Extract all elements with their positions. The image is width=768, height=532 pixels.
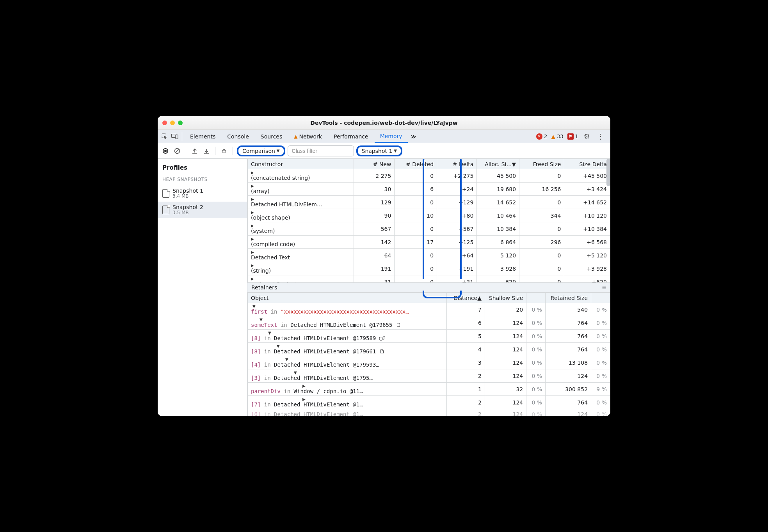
menu-icon[interactable]: ≡: [602, 284, 606, 291]
gc-icon[interactable]: [219, 146, 229, 156]
table-row[interactable]: [7] in Detached HTMLDivElement @1… 21240…: [248, 396, 610, 409]
column-header[interactable]: Size Delta: [564, 159, 610, 169]
tab-elements[interactable]: Elements: [185, 130, 221, 143]
retainers-table: ObjectDistance▲Shallow SizeRetained Size…: [247, 293, 610, 416]
save-profile-icon[interactable]: [202, 146, 211, 156]
document-icon: [162, 206, 169, 214]
inspect-icon[interactable]: [160, 132, 169, 141]
warning-icon: ▲: [551, 133, 555, 140]
column-header[interactable]: # Delta: [437, 159, 477, 169]
warning-count[interactable]: ▲33: [551, 133, 563, 140]
window-title: DevTools - codepen.io/web-dot-dev/live/L…: [158, 120, 610, 126]
issues-icon: ⚑: [567, 133, 574, 140]
tab-sources[interactable]: Sources: [255, 130, 288, 143]
table-row[interactable]: [6] in Detached HTMLDivElement @1… 21240…: [248, 409, 610, 417]
table-row[interactable]: Detached Text640+645 1200+5 120: [248, 249, 610, 262]
status-area: ✕2 ▲33 ⚑1 ⚙ ⋮: [536, 132, 608, 140]
error-count[interactable]: ✕2: [536, 133, 547, 140]
profiles-title: Profiles: [162, 164, 242, 171]
devtools-window: DevTools - codepen.io/web-dot-dev/live/L…: [158, 116, 610, 416]
table-row[interactable]: first in "xxxxxxxxxxxxxxxxxxxxxxxxxxxxxx…: [248, 303, 610, 316]
snapshot-item[interactable]: Snapshot 23.5 MB: [158, 202, 247, 218]
table-row[interactable]: Detached HTMLDivElem…1290+12914 6520+14 …: [248, 196, 610, 209]
tab-console[interactable]: Console: [222, 130, 254, 143]
tab-memory[interactable]: Memory: [375, 130, 408, 143]
table-row[interactable]: (string)1910+1913 9280+3 928: [248, 262, 610, 275]
snapshot-item[interactable]: Snapshot 13.4 MB: [158, 185, 247, 202]
scrollbar[interactable]: [606, 159, 610, 186]
column-header[interactable]: Distance▲: [447, 293, 485, 303]
clear-icon[interactable]: [172, 146, 182, 156]
table-row[interactable]: [8] in Detached HTMLDivElement @179589 ▢…: [248, 330, 610, 343]
svg-rect-2: [176, 135, 178, 139]
device-toggle-icon[interactable]: [170, 132, 180, 141]
retainers-table-scroll[interactable]: ObjectDistance▲Shallow SizeRetained Size…: [247, 293, 610, 416]
chevron-down-icon: ▼: [277, 149, 280, 153]
column-header[interactable]: Constructor: [248, 159, 354, 169]
tab-network[interactable]: ▲Network: [288, 130, 327, 143]
column-header[interactable]: # Deleted: [395, 159, 437, 169]
settings-icon[interactable]: ⚙: [582, 132, 592, 140]
retainers-title: Retainers: [251, 284, 277, 291]
main-tabs: Elements Console Sources ▲Network Perfor…: [158, 130, 610, 143]
column-header[interactable]: # New: [354, 159, 394, 169]
table-row[interactable]: (system)5670+56710 3840+10 384: [248, 222, 610, 236]
table-row[interactable]: [3] in Detached HTMLDivElement @1795… 21…: [248, 369, 610, 383]
profiles-sidebar: Profiles HEAP SNAPSHOTS Snapshot 13.4 MB…: [158, 159, 247, 416]
table-row[interactable]: parentDiv in Window / cdpn.io @11… 1320 …: [248, 383, 610, 396]
load-profile-icon[interactable]: [190, 146, 199, 156]
base-snapshot-label: Snapshot 1: [362, 148, 393, 154]
table-row[interactable]: (compiled code)14217+1256 864296+6 568: [248, 236, 610, 249]
view-mode-select[interactable]: Comparison ▼: [237, 145, 285, 156]
table-row[interactable]: someText in Detached HTMLDivElement @179…: [248, 316, 610, 330]
heap-snapshots-label: HEAP SNAPSHOTS: [158, 175, 247, 185]
more-icon[interactable]: ⋮: [596, 132, 606, 140]
comparison-pane: Constructor# New# Deleted# DeltaAlloc. S…: [247, 159, 610, 416]
table-row[interactable]: (array)306+2419 68016 256+3 424: [248, 183, 610, 196]
chevron-down-icon: ▼: [394, 149, 397, 153]
column-header[interactable]: Alloc. Si…▼: [477, 159, 519, 169]
column-header[interactable]: [591, 293, 610, 303]
table-row[interactable]: (concatenated string)2 2750+2 27545 5000…: [248, 169, 610, 183]
memory-toolbar: Comparison ▼ Snapshot 1 ▼: [158, 143, 610, 159]
document-icon: [162, 189, 169, 198]
svg-line-6: [176, 149, 179, 153]
column-header[interactable]: Freed Size: [519, 159, 564, 169]
table-row[interactable]: (object shape)9010+8010 464344+10 120: [248, 209, 610, 222]
comparison-table-scroll[interactable]: Constructor# New# Deleted# DeltaAlloc. S…: [247, 159, 610, 282]
base-snapshot-select[interactable]: Snapshot 1 ▼: [356, 145, 403, 156]
error-icon: ✕: [536, 133, 542, 140]
tab-performance[interactable]: Performance: [328, 130, 374, 143]
svg-point-4: [164, 150, 167, 152]
column-header[interactable]: [526, 293, 546, 303]
table-row[interactable]: [4] in Detached HTMLDivElement @179593… …: [248, 356, 610, 369]
view-mode-label: Comparison: [242, 148, 275, 154]
issues-count[interactable]: ⚑1: [567, 133, 578, 140]
class-filter-input[interactable]: [288, 145, 354, 156]
tabs-overflow[interactable]: ≫: [409, 130, 419, 143]
warning-icon: ▲: [294, 134, 297, 139]
table-row[interactable]: [8] in Detached HTMLDivElement @179661 🗋…: [248, 343, 610, 356]
titlebar: DevTools - codepen.io/web-dot-dev/live/L…: [158, 116, 610, 130]
column-header[interactable]: Shallow Size: [485, 293, 526, 303]
table-row[interactable]: system / Context310+316200+620: [248, 275, 610, 283]
comparison-table: Constructor# New# Deleted# DeltaAlloc. S…: [247, 159, 610, 282]
record-icon[interactable]: [161, 146, 170, 156]
column-header[interactable]: Object: [248, 293, 447, 303]
column-header[interactable]: Retained Size: [546, 293, 591, 303]
retainers-header: Retainers ≡: [247, 282, 610, 293]
